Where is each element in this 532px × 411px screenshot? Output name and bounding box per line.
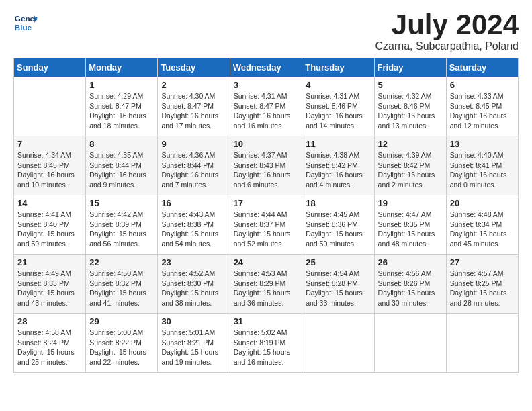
calendar-cell: 11Sunrise: 4:38 AMSunset: 8:42 PMDayligh… — [302, 136, 374, 195]
cell-info: Sunrise: 4:31 AMSunset: 8:46 PMDaylight:… — [306, 91, 370, 131]
cell-info: Sunrise: 4:32 AMSunset: 8:46 PMDaylight:… — [378, 91, 443, 131]
cell-info: Sunrise: 4:38 AMSunset: 8:42 PMDaylight:… — [306, 150, 370, 190]
calendar-cell: 25Sunrise: 4:54 AMSunset: 8:28 PMDayligh… — [302, 255, 374, 314]
cell-info: Sunrise: 5:01 AMSunset: 8:21 PMDaylight:… — [161, 328, 226, 367]
calendar-cell: 5Sunrise: 4:32 AMSunset: 8:46 PMDaylight… — [374, 77, 446, 136]
cell-info: Sunrise: 4:30 AMSunset: 8:47 PMDaylight:… — [161, 91, 226, 131]
calendar-cell: 16Sunrise: 4:43 AMSunset: 8:38 PMDayligh… — [158, 195, 230, 255]
cell-info: Sunrise: 4:39 AMSunset: 8:42 PMDaylight:… — [378, 150, 443, 190]
week-row-3: 21Sunrise: 4:49 AMSunset: 8:33 PMDayligh… — [14, 255, 519, 314]
cell-day-number: 24 — [234, 257, 299, 267]
cell-day-number: 13 — [450, 139, 515, 149]
calendar-cell — [446, 314, 518, 373]
cell-info: Sunrise: 4:31 AMSunset: 8:47 PMDaylight:… — [234, 91, 299, 131]
calendar-cell: 28Sunrise: 4:58 AMSunset: 8:24 PMDayligh… — [14, 314, 86, 373]
cell-info: Sunrise: 4:47 AMSunset: 8:35 PMDaylight:… — [378, 210, 443, 249]
cell-day-number: 11 — [306, 139, 370, 149]
cell-day-number: 29 — [89, 316, 154, 326]
cell-day-number: 4 — [306, 80, 370, 90]
calendar-cell: 8Sunrise: 4:35 AMSunset: 8:44 PMDaylight… — [86, 136, 158, 195]
cell-day-number: 28 — [17, 316, 82, 326]
cell-day-number: 19 — [378, 198, 443, 208]
week-row-2: 14Sunrise: 4:41 AMSunset: 8:40 PMDayligh… — [14, 195, 519, 255]
logo: General Blue — [13, 11, 38, 35]
cell-info: Sunrise: 4:45 AMSunset: 8:36 PMDaylight:… — [306, 210, 370, 249]
header-friday: Friday — [374, 58, 446, 77]
cell-info: Sunrise: 4:54 AMSunset: 8:28 PMDaylight:… — [306, 269, 370, 308]
cell-info: Sunrise: 4:57 AMSunset: 8:25 PMDaylight:… — [450, 269, 515, 308]
cell-info: Sunrise: 4:35 AMSunset: 8:44 PMDaylight:… — [89, 150, 154, 190]
header-row: SundayMondayTuesdayWednesdayThursdayFrid… — [14, 58, 519, 77]
calendar-cell — [374, 314, 446, 373]
calendar-cell: 14Sunrise: 4:41 AMSunset: 8:40 PMDayligh… — [14, 195, 86, 255]
cell-day-number: 30 — [161, 316, 226, 326]
calendar-cell: 13Sunrise: 4:40 AMSunset: 8:41 PMDayligh… — [446, 136, 518, 195]
page-header: General Blue July 2024 Czarna, Subcarpat… — [13, 11, 519, 52]
cell-day-number: 8 — [89, 139, 154, 149]
cell-day-number: 22 — [89, 257, 154, 267]
cell-day-number: 17 — [234, 198, 299, 208]
calendar-cell: 27Sunrise: 4:57 AMSunset: 8:25 PMDayligh… — [446, 255, 518, 314]
calendar-cell: 24Sunrise: 4:53 AMSunset: 8:29 PMDayligh… — [230, 255, 302, 314]
calendar-cell: 29Sunrise: 5:00 AMSunset: 8:22 PMDayligh… — [86, 314, 158, 373]
calendar-cell: 2Sunrise: 4:30 AMSunset: 8:47 PMDaylight… — [158, 77, 230, 136]
cell-info: Sunrise: 4:53 AMSunset: 8:29 PMDaylight:… — [234, 269, 299, 308]
calendar-cell: 3Sunrise: 4:31 AMSunset: 8:47 PMDaylight… — [230, 77, 302, 136]
week-row-1: 7Sunrise: 4:34 AMSunset: 8:45 PMDaylight… — [14, 136, 519, 195]
calendar-cell: 18Sunrise: 4:45 AMSunset: 8:36 PMDayligh… — [302, 195, 374, 255]
cell-day-number: 16 — [161, 198, 226, 208]
cell-info: Sunrise: 4:44 AMSunset: 8:37 PMDaylight:… — [234, 210, 299, 249]
calendar-cell — [302, 314, 374, 373]
calendar-cell: 21Sunrise: 4:49 AMSunset: 8:33 PMDayligh… — [14, 255, 86, 314]
header-saturday: Saturday — [446, 58, 518, 77]
cell-info: Sunrise: 4:36 AMSunset: 8:44 PMDaylight:… — [161, 150, 226, 190]
calendar-cell: 30Sunrise: 5:01 AMSunset: 8:21 PMDayligh… — [158, 314, 230, 373]
cell-day-number: 27 — [450, 257, 515, 267]
cell-day-number: 26 — [378, 257, 443, 267]
cell-day-number: 14 — [17, 198, 82, 208]
calendar-cell: 23Sunrise: 4:52 AMSunset: 8:30 PMDayligh… — [158, 255, 230, 314]
header-wednesday: Wednesday — [230, 58, 302, 77]
calendar-cell: 7Sunrise: 4:34 AMSunset: 8:45 PMDaylight… — [14, 136, 86, 195]
location-title: Czarna, Subcarpathia, Poland — [375, 40, 519, 52]
cell-day-number: 23 — [161, 257, 226, 267]
cell-day-number: 20 — [450, 198, 515, 208]
cell-day-number: 7 — [17, 139, 82, 149]
cell-info: Sunrise: 4:58 AMSunset: 8:24 PMDaylight:… — [17, 328, 82, 367]
cell-day-number: 12 — [378, 139, 443, 149]
cell-day-number: 1 — [89, 80, 154, 90]
header-monday: Monday — [86, 58, 158, 77]
week-row-4: 28Sunrise: 4:58 AMSunset: 8:24 PMDayligh… — [14, 314, 519, 373]
cell-info: Sunrise: 4:56 AMSunset: 8:26 PMDaylight:… — [378, 269, 443, 308]
calendar-cell — [14, 77, 86, 136]
cell-day-number: 31 — [234, 316, 299, 326]
cell-info: Sunrise: 4:42 AMSunset: 8:39 PMDaylight:… — [89, 210, 154, 249]
header-thursday: Thursday — [302, 58, 374, 77]
calendar-cell: 12Sunrise: 4:39 AMSunset: 8:42 PMDayligh… — [374, 136, 446, 195]
cell-info: Sunrise: 4:33 AMSunset: 8:45 PMDaylight:… — [450, 91, 515, 131]
cell-info: Sunrise: 4:34 AMSunset: 8:45 PMDaylight:… — [17, 150, 82, 190]
calendar-cell: 31Sunrise: 5:02 AMSunset: 8:19 PMDayligh… — [230, 314, 302, 373]
week-row-0: 1Sunrise: 4:29 AMSunset: 8:47 PMDaylight… — [14, 77, 519, 136]
cell-day-number: 21 — [17, 257, 82, 267]
cell-info: Sunrise: 4:41 AMSunset: 8:40 PMDaylight:… — [17, 210, 82, 249]
cell-info: Sunrise: 4:50 AMSunset: 8:32 PMDaylight:… — [89, 269, 154, 308]
calendar-cell: 10Sunrise: 4:37 AMSunset: 8:43 PMDayligh… — [230, 136, 302, 195]
calendar-cell: 17Sunrise: 4:44 AMSunset: 8:37 PMDayligh… — [230, 195, 302, 255]
calendar-cell: 22Sunrise: 4:50 AMSunset: 8:32 PMDayligh… — [86, 255, 158, 314]
cell-day-number: 5 — [378, 80, 443, 90]
cell-day-number: 2 — [161, 80, 226, 90]
calendar-cell: 15Sunrise: 4:42 AMSunset: 8:39 PMDayligh… — [86, 195, 158, 255]
cell-day-number: 15 — [89, 198, 154, 208]
cell-info: Sunrise: 4:52 AMSunset: 8:30 PMDaylight:… — [161, 269, 226, 308]
month-title: July 2024 — [375, 11, 519, 39]
cell-day-number: 25 — [306, 257, 370, 267]
cell-day-number: 10 — [234, 139, 299, 149]
cell-info: Sunrise: 4:29 AMSunset: 8:47 PMDaylight:… — [89, 91, 154, 131]
cell-info: Sunrise: 4:37 AMSunset: 8:43 PMDaylight:… — [234, 150, 299, 190]
header-sunday: Sunday — [14, 58, 86, 77]
cell-info: Sunrise: 4:40 AMSunset: 8:41 PMDaylight:… — [450, 150, 515, 190]
calendar-cell: 26Sunrise: 4:56 AMSunset: 8:26 PMDayligh… — [374, 255, 446, 314]
title-section: July 2024 Czarna, Subcarpathia, Poland — [375, 11, 519, 52]
svg-text:Blue: Blue — [15, 23, 32, 32]
